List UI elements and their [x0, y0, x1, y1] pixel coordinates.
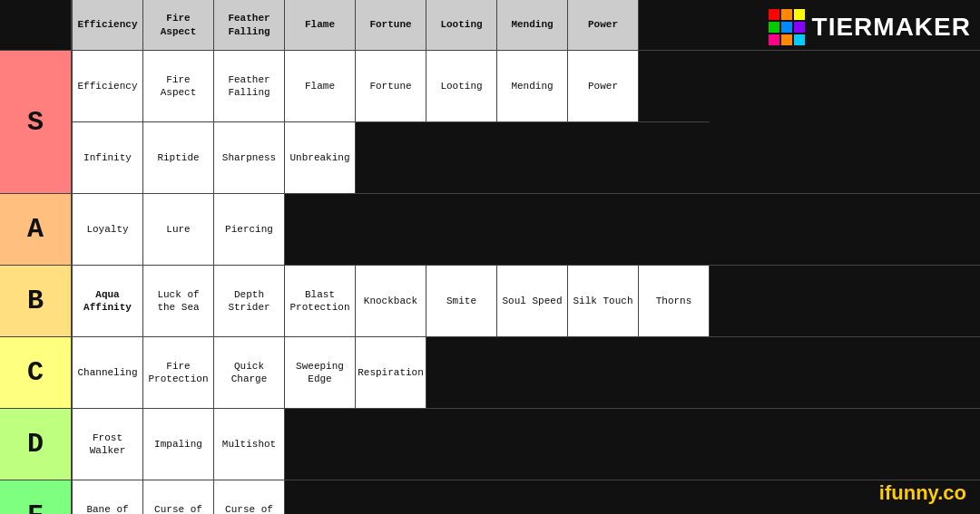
tiermaker-logo: TiERMAKER [769, 9, 971, 45]
tier-d-enchants: Frost Walker Impaling Multishot [73, 409, 356, 480]
enchant-riptide: Riptide [143, 122, 214, 193]
tier-row-d: D Frost Walker Impaling Multishot [0, 409, 980, 480]
logo-area: TiERMAKER [769, 9, 971, 45]
tier-label-c: C [0, 337, 73, 408]
enchant-empty5 [426, 337, 497, 408]
tier-row-s: S Efficiency Fire Aspect Feather Falling… [0, 51, 980, 194]
header-efficiency: Efficiency [73, 0, 143, 50]
logo-cell-6 [794, 22, 805, 33]
tier-f-enchants: Bane of Arthropods Curse of Binding Curs… [73, 480, 356, 514]
enchant-fire-aspect: Fire Aspect [143, 51, 214, 121]
enchant-sweeping-edge: Sweeping Edge [285, 337, 356, 408]
tier-label-s: S [0, 51, 73, 193]
enchant-multishot: Multishot [214, 409, 285, 480]
logo-cell-8 [781, 34, 792, 45]
enchant-empty [639, 51, 710, 121]
enchant-silk-touch: Silk Touch [568, 266, 639, 336]
enchant-unbreaking: Unbreaking [285, 122, 356, 193]
logo-cell-3 [794, 9, 805, 20]
enchant-knockback: Knockback [356, 266, 426, 336]
enchant-empty7 [285, 480, 356, 514]
logo-cell-4 [769, 22, 779, 33]
enchant-empty2 [356, 122, 710, 193]
tier-a-enchants: Loyalty Lure Piercing [73, 194, 356, 265]
header-flame: Flame [285, 0, 356, 50]
enchant-impaling: Impaling [143, 409, 214, 480]
enchant-luck-of-the-sea: Luck of the Sea [143, 266, 214, 336]
tier-label-a: A [0, 194, 73, 265]
tier-row-f: F Bane of Arthropods Curse of Binding Cu… [0, 480, 980, 514]
enchant-feather-falling: Feather Falling [214, 51, 285, 121]
enchant-curse-of-vanishing: Curse of Vanishing [214, 480, 285, 514]
enchant-power: Power [568, 51, 639, 121]
enchant-frost-walker: Frost Walker [73, 409, 143, 480]
logo-cell-2 [781, 9, 792, 20]
enchant-mending: Mending [497, 51, 568, 121]
header-looting: Looting [426, 0, 497, 50]
tier-list: Efficiency Fire Aspect Feather Falling F… [0, 0, 980, 514]
tier-row-c: C Channeling Fire Protection Quick Charg… [0, 337, 980, 409]
header-fortune: Fortune [356, 0, 426, 50]
enchant-piercing: Piercing [214, 194, 285, 265]
ifunny-logo: ifunny.co [879, 481, 966, 505]
enchant-curse-of-binding: Curse of Binding [143, 480, 214, 514]
enchant-thorns: Thorns [639, 266, 710, 336]
tier-label-d: D [0, 409, 73, 480]
header-feather-falling: Feather Falling [214, 0, 285, 50]
tier-label-f: F [0, 480, 73, 514]
tier-b-enchants: Aqua Affinity Luck of the Sea Depth Stri… [73, 266, 780, 336]
header-mending: Mending [497, 0, 568, 50]
tier-c-enchants: Channeling Fire Protection Quick Charge … [73, 337, 497, 408]
enchant-quick-charge: Quick Charge [214, 337, 285, 408]
enchant-fire-protection: Fire Protection [143, 337, 214, 408]
enchant-bane-of-arthropods: Bane of Arthropods [73, 480, 143, 514]
logo-cell-7 [769, 34, 779, 45]
enchant-blast-protection: Blast Protection [285, 266, 356, 336]
enchant-looting: Looting [426, 51, 497, 121]
enchant-aqua-affinity: Aqua Affinity [73, 266, 143, 336]
logo-grid [769, 9, 805, 45]
enchant-lure: Lure [143, 194, 214, 265]
tier-row-b: B Aqua Affinity Luck of the Sea Depth St… [0, 266, 980, 337]
enchant-flame: Flame [285, 51, 356, 121]
tier-label-b: B [0, 266, 73, 336]
enchant-empty6 [285, 409, 356, 480]
tiermaker-text: TiERMAKER [812, 13, 971, 42]
enchant-depth-strider: Depth Strider [214, 266, 285, 336]
enchant-efficiency: Efficiency [73, 51, 143, 121]
enchant-empty3 [285, 194, 356, 265]
enchant-loyalty: Loyalty [73, 194, 143, 265]
header-power: Power [568, 0, 639, 50]
header-fire-aspect: Fire Aspect [143, 0, 214, 50]
tier-s-row2: Infinity Riptide Sharpness Unbreaking [73, 121, 710, 193]
enchant-soul-speed: Soul Speed [497, 266, 568, 336]
tier-s-row1: Efficiency Fire Aspect Feather Falling F… [73, 51, 710, 121]
enchant-smite: Smite [426, 266, 497, 336]
enchant-channeling: Channeling [73, 337, 143, 408]
enchant-fortune: Fortune [356, 51, 426, 121]
header-spacer [0, 0, 73, 50]
enchant-infinity: Infinity [73, 122, 143, 193]
logo-cell-5 [781, 22, 792, 33]
enchant-sharpness: Sharpness [214, 122, 285, 193]
enchant-empty4 [710, 266, 780, 336]
tier-row-a: A Loyalty Lure Piercing [0, 194, 980, 266]
logo-cell-1 [769, 9, 779, 20]
enchant-respiration: Respiration [356, 337, 426, 408]
logo-cell-9 [794, 34, 805, 45]
